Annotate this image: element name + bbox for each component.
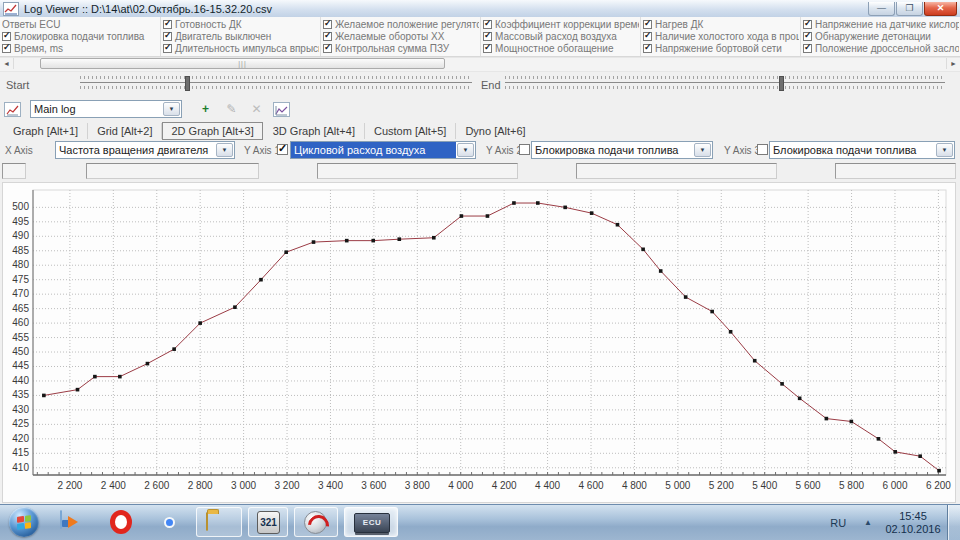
add-log-button[interactable]: + [197,101,214,118]
ecu-chip-icon[interactable]: ECU [354,511,390,533]
y-axis1-value: Цикловой расход воздуха [291,142,456,158]
y-axis3-label: Y Axis 3 [724,145,760,156]
y-axis2-checkbox[interactable] [519,144,530,155]
opera-taskbar-icon[interactable] [110,510,132,534]
show-desktop-button[interactable] [947,505,960,540]
signal-checkbox[interactable] [323,20,332,29]
windows-flag-icon [17,515,31,529]
svg-text:490: 490 [12,230,29,241]
end-label: End [481,79,501,91]
x-axis-label: X Axis [5,145,33,156]
signal-item: Массовый расход воздуха [483,30,639,42]
explorer-task-button[interactable] [196,507,242,537]
svg-text:465: 465 [12,303,29,314]
scroll-right-arrow-icon[interactable]: ► [946,58,960,69]
signal-label: Желаемые обороты ХХ [335,31,444,42]
tab-2d[interactable]: 2D Graph [Alt+3] [162,122,262,140]
signal-checkbox[interactable] [643,20,652,29]
start-label: Start [6,79,29,91]
combo-dropdown-icon[interactable]: ▼ [936,143,953,157]
signal-checkbox[interactable] [163,32,172,41]
tray-expand-icon[interactable]: ▲ [854,518,882,527]
signal-checkbox[interactable] [803,32,812,41]
signal-item: Ответы ECU [2,18,159,30]
svg-text:445: 445 [12,360,29,371]
explorer-folder-icon[interactable] [206,513,208,531]
signal-item: Длительность импульса впрыск [163,42,319,54]
signal-checkbox[interactable] [2,32,11,41]
svg-text:5 000: 5 000 [665,480,690,491]
signal-checkbox[interactable] [163,44,172,53]
maximize-button[interactable]: ❐ [896,2,923,16]
signal-checkbox[interactable] [163,20,172,29]
signal-item: Положение дроссельной заслон [803,42,959,54]
signal-checkbox[interactable] [803,20,812,29]
compare-chart-button[interactable] [273,102,290,117]
signal-label: Напряжение на датчике кислор [815,19,959,30]
signal-item: Наличие холостого хода в прош [643,30,799,42]
signal-checkbox[interactable] [2,44,11,53]
svg-text:3 200: 3 200 [275,480,300,491]
y-axis2-combo[interactable]: Блокировка подачи топлива ▼ [531,141,713,159]
media-player-taskbar-icon[interactable] [60,511,62,529]
value-box [317,163,518,179]
tab-custom[interactable]: Custom [Alt+5] [365,123,456,139]
window-titlebar: Log Viewer :: D:\14\at\02.Октябрь.16-15.… [0,0,960,18]
start-trackbar-thumb[interactable] [185,76,190,91]
scrollbar-thumb[interactable]: ||| [40,58,445,69]
language-indicator[interactable]: RU [822,517,854,529]
svg-text:4 600: 4 600 [578,480,603,491]
svg-text:4 000: 4 000 [448,480,473,491]
log-select-combo[interactable]: Main log ▼ [30,100,182,118]
log-viewer-app-icon [3,2,19,16]
combo-dropdown-icon[interactable]: ▼ [457,143,474,157]
close-button[interactable]: ✕ [924,2,957,16]
signal-checkbox[interactable] [323,44,332,53]
svg-text:425: 425 [12,418,29,429]
svg-text:485: 485 [12,245,29,256]
tab-graph[interactable]: Graph [Alt+1] [4,123,88,139]
horizontal-scrollbar[interactable]: ◄ ► ||| [0,57,960,72]
tab-3d[interactable]: 3D Graph [Alt+4] [264,123,365,139]
svg-text:2 600: 2 600 [144,480,169,491]
svg-text:470: 470 [12,288,29,299]
tab-dyno[interactable]: Dyno [Alt+6] [456,123,534,139]
signal-label: Блокировка подачи топлива [14,31,144,42]
combo-dropdown-icon[interactable]: ▼ [694,143,711,157]
signal-column: Нагрев ДКНаличие холостого хода в прошНа… [640,17,800,56]
start-trackbar[interactable] [80,76,472,92]
media-disc-icon[interactable] [304,511,327,534]
signal-checkbox[interactable] [483,44,492,53]
mpc-321-icon[interactable]: 321 [257,511,280,534]
combo-dropdown-icon[interactable]: ▼ [163,102,180,116]
y-axis2-value: Блокировка подачи топлива [532,142,693,158]
window-title: Log Viewer :: D:\14\at\02.Октябрь.16-15.… [24,3,272,15]
svg-text:5 600: 5 600 [796,480,821,491]
scroll-left-arrow-icon[interactable]: ◄ [0,58,14,69]
signal-checkbox[interactable] [323,32,332,41]
edit-log-button[interactable]: ✎ [223,101,240,118]
signal-checkbox[interactable] [803,44,812,53]
y-axis2-label: Y Axis 2 [486,145,522,156]
delete-log-button[interactable]: ✕ [248,101,265,118]
combo-dropdown-icon[interactable]: ▼ [216,143,233,157]
start-button[interactable] [9,507,39,537]
x-axis-combo[interactable]: Частота вращения двигателя ▼ [55,141,235,159]
signal-checkbox[interactable] [643,44,652,53]
clock[interactable]: 15:45 02.10.2016 [882,510,944,536]
minimize-button[interactable]: — [868,2,895,16]
signal-checkbox[interactable] [643,32,652,41]
tab-grid[interactable]: Grid [Alt+2] [88,123,162,139]
end-trackbar[interactable] [505,76,945,92]
svg-text:5 400: 5 400 [752,480,777,491]
signal-checkbox[interactable] [483,32,492,41]
signal-item: Время, ms [2,42,159,54]
y-axis1-combo[interactable]: Цикловой расход воздуха ▼ [290,141,476,159]
end-trackbar-thumb[interactable] [779,76,784,91]
y-axis1-checkbox[interactable] [277,144,288,155]
signal-item: Желаемые обороты ХХ [323,30,479,42]
signal-item: Нагрев ДК [643,18,799,30]
y-axis3-checkbox[interactable] [757,144,768,155]
y-axis3-combo[interactable]: Блокировка подачи топлива ▼ [769,141,955,159]
signal-checkbox[interactable] [483,20,492,29]
